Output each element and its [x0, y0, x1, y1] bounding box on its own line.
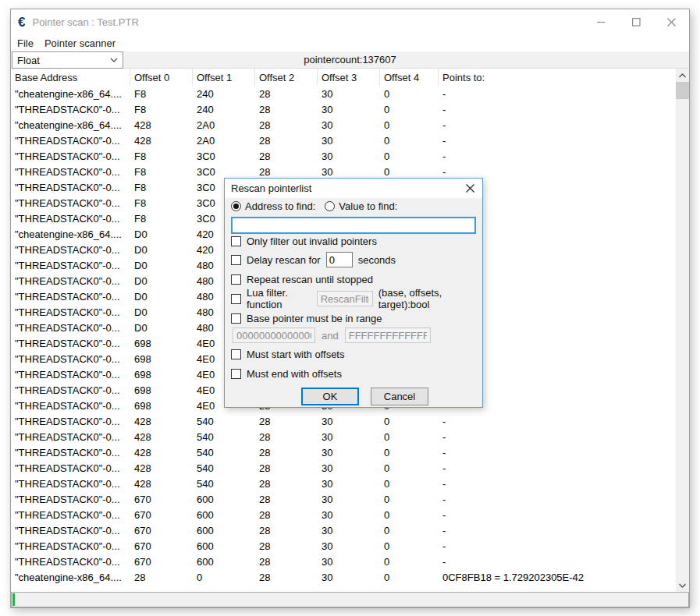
lua-filter-suffix: (base, offsets, target):bool: [378, 287, 476, 310]
must-start-checkbox[interactable]: [231, 349, 241, 359]
repeat-rescan-checkbox[interactable]: [231, 274, 241, 285]
range-and-label: and: [322, 330, 339, 342]
cell-offset-4: 0: [380, 416, 439, 427]
table-row[interactable]: "THREADSTACK0"-0...67060028300-: [11, 538, 676, 554]
delay-seconds-suffix: seconds: [358, 254, 396, 266]
table-row[interactable]: "THREADSTACK0"-0...4282A028300-: [11, 133, 676, 148]
cell-points-to: -: [439, 135, 676, 147]
cell-offset-0: 698: [130, 400, 193, 412]
repeat-rescan-label: Repeat rescan until stopped: [247, 274, 373, 285]
cell-offset-4: 0: [380, 462, 439, 474]
must-end-checkbox[interactable]: [231, 369, 241, 379]
table-row[interactable]: "THREADSTACK0"-0...42854028300-: [11, 413, 676, 429]
cancel-button[interactable]: Cancel: [371, 388, 428, 405]
dialog-titlebar[interactable]: Rescan pointerlist: [225, 179, 482, 198]
close-button[interactable]: [654, 9, 689, 35]
minimize-button[interactable]: [584, 9, 619, 35]
header-base-address[interactable]: Base Address: [11, 69, 130, 86]
value-type-dropdown[interactable]: Float: [12, 51, 123, 69]
cell-offset-4: 0: [380, 135, 439, 147]
cell-base-address: "THREADSTACK0"-0...: [11, 369, 130, 381]
titlebar[interactable]: € Pointer scan : Test.PTR: [11, 9, 689, 35]
table-row[interactable]: "THREADSTACK0"-0...42854028300-: [11, 429, 676, 444]
cell-offset-1: 540: [193, 478, 255, 490]
dialog-buttons: OK Cancel: [231, 388, 476, 405]
cell-offset-0: 670: [130, 556, 193, 568]
dialog-title: Rescan pointerlist: [231, 182, 311, 194]
base-range-checkbox[interactable]: [231, 313, 241, 324]
cell-offset-3: 30: [318, 416, 380, 427]
table-row[interactable]: "THREADSTACK0"-0...67060028300-: [11, 554, 676, 569]
cell-offset-4: 0: [380, 509, 439, 521]
cell-offset-4: 0: [380, 431, 439, 443]
table-row[interactable]: "THREADSTACK0"-0...42854028300-: [11, 444, 676, 460]
only-invalid-checkbox[interactable]: [231, 236, 241, 246]
delay-rescan-row: Delay rescan for seconds: [231, 252, 476, 267]
cell-points-to: -: [439, 462, 676, 474]
table-row[interactable]: "THREADSTACK0"-0...67060028300-: [11, 522, 676, 538]
status-bar: [11, 592, 689, 607]
header-points-to[interactable]: Points to:: [439, 69, 676, 86]
only-invalid-row: Only filter out invalid pointers: [231, 235, 476, 247]
table-row[interactable]: "THREADSTACK0"-0...42854028300-: [11, 460, 676, 476]
cell-offset-1: 540: [193, 416, 255, 427]
ok-button[interactable]: OK: [301, 388, 359, 405]
lua-filter-checkbox[interactable]: [231, 294, 241, 304]
cell-base-address: "cheatengine-x86_64....: [11, 88, 130, 100]
scrollbar-thumb[interactable]: [676, 82, 689, 99]
menu-pointer-scanner[interactable]: Pointer scanner: [39, 36, 121, 51]
delay-seconds-input[interactable]: [326, 252, 353, 267]
cell-points-to: -: [439, 509, 676, 521]
menu-file[interactable]: File: [12, 36, 39, 51]
cell-offset-1: 2A0: [193, 119, 255, 131]
cell-offset-4: 0: [380, 119, 439, 131]
cell-offset-2: 28: [255, 462, 318, 474]
table-row[interactable]: "THREADSTACK0"-0...F83C028300-: [11, 164, 676, 179]
delay-rescan-checkbox[interactable]: [231, 255, 241, 265]
dialog-close-button[interactable]: [457, 179, 482, 198]
cell-offset-1: 600: [193, 494, 255, 505]
cell-base-address: "THREADSTACK0"-0...: [11, 166, 130, 178]
scroll-up-button[interactable]: [676, 69, 689, 82]
vertical-scrollbar[interactable]: [676, 69, 689, 592]
address-to-find-radio[interactable]: [231, 201, 241, 211]
cell-base-address: "THREADSTACK0"-0...: [11, 104, 130, 115]
cell-offset-0: 698: [130, 353, 193, 365]
chevron-down-icon: [110, 58, 118, 62]
lua-function-input[interactable]: [317, 291, 373, 306]
cell-offset-3: 30: [318, 166, 380, 178]
header-offset-3[interactable]: Offset 3: [318, 69, 380, 86]
cell-offset-4: 0: [380, 150, 439, 162]
table-row[interactable]: "THREADSTACK0"-0...67060028300-: [11, 491, 676, 507]
maximize-button[interactable]: [619, 9, 654, 35]
address-input[interactable]: [231, 217, 476, 234]
table-row[interactable]: "THREADSTACK0"-0...42854028300-: [11, 476, 676, 491]
range-from-input[interactable]: [233, 327, 315, 343]
cell-base-address: "THREADSTACK0"-0...: [11, 213, 130, 225]
menubar: File Pointer scanner: [11, 35, 689, 51]
header-offset-0[interactable]: Offset 0: [130, 69, 193, 86]
table-row[interactable]: "THREADSTACK0"-0...67060028300-: [11, 507, 676, 522]
cell-points-to: -: [439, 104, 676, 115]
table-row[interactable]: "cheatengine-x86_64....F824028300-: [11, 86, 676, 101]
cell-offset-0: 428: [130, 462, 193, 474]
cell-base-address: "THREADSTACK0"-0...: [11, 260, 130, 271]
cell-points-to: 0CF8FB18 = 1.729202305E-42: [439, 572, 676, 583]
value-to-find-radio[interactable]: [325, 201, 335, 211]
header-offset-1[interactable]: Offset 1: [193, 69, 255, 86]
table-row[interactable]: "THREADSTACK0"-0...F83C028300-: [11, 148, 676, 164]
header-offset-4[interactable]: Offset 4: [380, 69, 439, 86]
table-row[interactable]: "cheatengine-x86_64....4282A028300-: [11, 117, 676, 133]
header-offset-2[interactable]: Offset 2: [255, 69, 318, 86]
cell-offset-2: 28: [255, 525, 318, 536]
range-to-input[interactable]: [345, 327, 431, 343]
cell-base-address: "THREADSTACK0"-0...: [11, 384, 130, 396]
cell-offset-0: F8: [130, 150, 193, 162]
cell-offset-0: 428: [130, 119, 193, 131]
table-row[interactable]: "THREADSTACK0"-0...F824028300-: [11, 101, 676, 117]
cell-base-address: "THREADSTACK0"-0...: [11, 556, 130, 568]
table-row[interactable]: "cheatengine-x86_64....280283000CF8FB18 …: [11, 569, 676, 585]
cell-offset-0: D0: [130, 275, 193, 287]
scroll-down-button[interactable]: [676, 579, 689, 592]
cell-offset-0: F8: [130, 213, 193, 225]
